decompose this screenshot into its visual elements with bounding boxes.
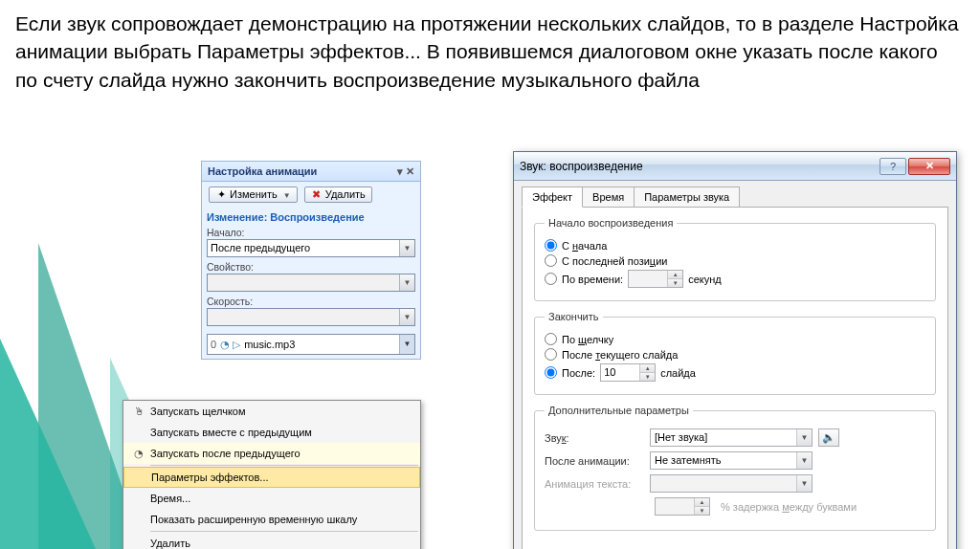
combo-value: [651, 475, 796, 492]
radio-input[interactable]: [545, 333, 557, 345]
fieldset-extra-params: Дополнительные параметры Звук: [Нет звук…: [534, 405, 936, 531]
radio-input[interactable]: [545, 273, 557, 285]
spinner-value: 10: [601, 364, 639, 381]
radio-input[interactable]: [545, 348, 557, 361]
fieldset-start-playback: Начало воспроизведения С начала С послед…: [534, 217, 936, 301]
page-description: Если звук сопровождает демонстрацию на п…: [0, 0, 980, 103]
property-select-value: [208, 274, 399, 291]
radio-label: По щелчку: [562, 334, 613, 345]
after-anim-label: После анимации:: [545, 455, 650, 467]
tab-timing[interactable]: Время: [582, 187, 635, 208]
radio-label: После текущего слайда: [562, 349, 678, 361]
menu-effect-parameters[interactable]: Параметры эффектов...: [123, 467, 420, 488]
radio-by-time[interactable]: По времени: ▲▼ секунд: [545, 270, 925, 288]
start-select-value: После предыдущего: [208, 240, 399, 256]
spinner-value: [629, 271, 667, 287]
animation-panel-header: Настройка анимации ▾ ✕: [201, 161, 421, 182]
chevron-down-icon: ▼: [796, 429, 812, 446]
panel-dropdown-icon[interactable]: ▾ ✕: [397, 165, 414, 178]
dialog-titlebar[interactable]: Звук: воспроизведение ? ✕: [514, 152, 956, 181]
chevron-down-icon: ▼: [399, 240, 414, 256]
combo-value: [Нет звука]: [651, 429, 796, 446]
radio-from-last-position[interactable]: С последней позиции: [545, 254, 925, 267]
chevron-down-icon: ▼: [283, 191, 291, 200]
fieldset-legend: Закончить: [545, 311, 603, 322]
dialog-title: Звук: воспроизведение: [520, 160, 878, 173]
menu-label: Параметры эффектов...: [151, 472, 269, 483]
mouse-icon: 🖱: [127, 406, 150, 417]
change-effect-button[interactable]: ✦ Изменить ▼: [209, 187, 298, 203]
time-spinner: ▲▼: [628, 270, 683, 288]
radio-input[interactable]: [545, 254, 557, 267]
menu-show-timeline[interactable]: Показать расширенную временную шкалу: [123, 509, 420, 530]
dialog-page-effect: Начало воспроизведения С начала С послед…: [522, 207, 948, 549]
close-button[interactable]: ✕: [908, 158, 950, 175]
speaker-icon: 🔈: [822, 431, 835, 444]
animation-settings-panel: Настройка анимации ▾ ✕ ✦ Изменить ▼ ✖ Уд…: [201, 161, 421, 360]
row-text-animation: Анимация текста: ▼: [545, 474, 925, 493]
row-sound: Звук: [Нет звука] ▼ 🔈: [545, 428, 925, 447]
clock-icon: ◔: [127, 448, 150, 460]
radio-label: После:: [562, 367, 595, 379]
radio-stop-after-n[interactable]: После: 10 ▲▼ слайда: [545, 363, 925, 382]
menu-delete[interactable]: Удалить: [123, 533, 420, 549]
row-letter-delay: ▲▼ % задержка между буквами: [545, 497, 925, 516]
sound-combo[interactable]: [Нет звука] ▼: [650, 428, 813, 447]
delete-x-icon: ✖: [311, 188, 323, 201]
speed-select: ▼: [207, 308, 415, 326]
animation-subtitle: Изменение: Воспроизведение: [207, 211, 415, 223]
sound-playback-dialog: Звук: воспроизведение ? ✕ Эффект Время П…: [513, 151, 957, 549]
after-anim-combo[interactable]: Не затемнять ▼: [650, 451, 813, 470]
menu-timing[interactable]: Время...: [123, 488, 420, 509]
spinner-up-icon: ▲: [695, 498, 709, 507]
menu-label: Запускать вместе с предыдущим: [150, 427, 312, 438]
menu-start-with-previous[interactable]: Запускать вместе с предыдущим: [123, 422, 420, 443]
spinner-up-icon[interactable]: ▲: [640, 364, 655, 373]
speed-label: Скорость:: [207, 296, 415, 307]
spinner-up-icon: ▲: [668, 271, 682, 279]
unit-label: секунд: [688, 274, 722, 285]
star-icon: ✦: [215, 188, 227, 201]
spinner-down-icon: ▼: [668, 279, 682, 287]
radio-input[interactable]: [545, 239, 557, 252]
radio-input[interactable]: [545, 366, 557, 379]
clock-icon: ◔: [220, 339, 230, 351]
tab-effect[interactable]: Эффект: [522, 187, 583, 208]
text-anim-combo: ▼: [650, 474, 813, 493]
menu-start-after-previous[interactable]: ◔ Запускать после предыдущего: [123, 443, 420, 464]
sound-label: Звук:: [545, 432, 650, 444]
start-select[interactable]: После предыдущего ▼: [207, 239, 415, 257]
radio-from-start[interactable]: С начала: [545, 239, 925, 252]
animation-list-item[interactable]: 0 ◔ ▷ music.mp3 ▼: [207, 334, 415, 355]
tab-sound-params[interactable]: Параметры звука: [634, 187, 740, 208]
menu-label: Запускать щелчком: [150, 406, 246, 417]
question-icon: ?: [890, 161, 896, 172]
combo-value: Не затемнять: [651, 452, 796, 469]
text-anim-label: Анимация текста:: [545, 478, 650, 490]
delay-spinner: ▲▼: [655, 497, 710, 516]
chevron-down-icon: ▼: [796, 475, 812, 492]
speaker-button[interactable]: 🔈: [818, 428, 839, 447]
chevron-down-icon: ▼: [796, 452, 812, 469]
fieldset-stop-playback: Закончить По щелчку После текущего слайд…: [534, 311, 936, 395]
spinner-down-icon: ▼: [695, 507, 709, 515]
change-effect-label: Изменить: [230, 188, 278, 200]
menu-label: Запускать после предыдущего: [150, 448, 301, 459]
menu-start-on-click[interactable]: 🖱 Запускать щелчком: [123, 401, 420, 422]
spinner-down-icon[interactable]: ▼: [640, 373, 655, 381]
property-select: ▼: [207, 274, 415, 292]
row-after-animation: После анимации: Не затемнять ▼: [545, 451, 925, 470]
help-button[interactable]: ?: [880, 158, 906, 175]
menu-label: Время...: [150, 493, 190, 504]
list-item-filename: music.mp3: [244, 339, 295, 350]
menu-label: Показать расширенную временную шкалу: [150, 514, 357, 525]
chevron-down-icon[interactable]: ▼: [399, 335, 414, 354]
chevron-down-icon: ▼: [399, 274, 414, 291]
radio-label: С начала: [562, 240, 607, 252]
menu-label: Удалить: [150, 538, 190, 549]
delete-effect-button[interactable]: ✖ Удалить: [304, 187, 372, 203]
radio-label: С последней позиции: [562, 255, 667, 267]
slides-spinner[interactable]: 10 ▲▼: [600, 363, 656, 382]
radio-stop-after-current[interactable]: После текущего слайда: [545, 348, 925, 361]
radio-stop-on-click[interactable]: По щелчку: [545, 333, 925, 345]
